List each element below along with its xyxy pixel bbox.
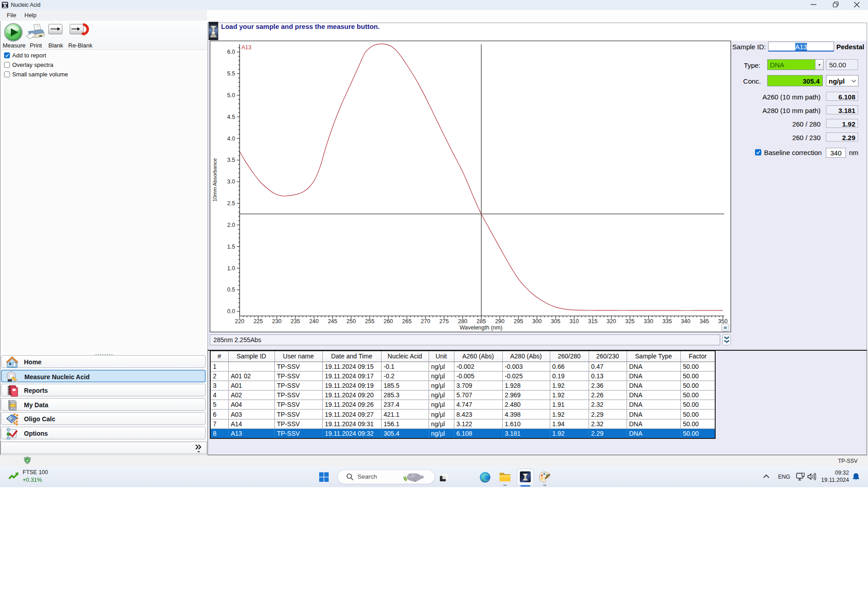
svg-text:245: 245 (328, 318, 337, 324)
svg-text:230: 230 (272, 318, 281, 324)
svg-text:225: 225 (253, 318, 263, 324)
svg-text:310: 310 (569, 318, 579, 324)
svg-text:5.0: 5.0 (227, 92, 235, 98)
svg-text:295: 295 (514, 318, 523, 324)
svg-text:340: 340 (681, 318, 690, 324)
svg-text:335: 335 (662, 318, 672, 324)
svg-text:250: 250 (346, 318, 356, 324)
svg-text:325: 325 (625, 318, 634, 324)
svg-text:315: 315 (588, 318, 597, 324)
svg-text:330: 330 (644, 318, 653, 324)
svg-text:300: 300 (532, 318, 542, 324)
svg-text:305: 305 (551, 318, 560, 324)
svg-text:4.5: 4.5 (227, 113, 235, 120)
svg-text:1.5: 1.5 (227, 243, 235, 249)
svg-text:0.5: 0.5 (227, 287, 235, 293)
svg-text:3.5: 3.5 (227, 157, 235, 163)
svg-text:6.0: 6.0 (227, 49, 235, 55)
svg-text:4.0: 4.0 (227, 135, 235, 141)
svg-text:275: 275 (439, 318, 448, 324)
svg-text:290: 290 (495, 318, 505, 324)
svg-text:A13: A13 (241, 44, 251, 51)
svg-text:235: 235 (290, 318, 300, 324)
svg-text:10mm Absorbance: 10mm Absorbance (212, 158, 217, 202)
svg-text:345: 345 (699, 318, 709, 324)
svg-text:285: 285 (476, 318, 486, 324)
svg-text:2.5: 2.5 (227, 200, 235, 207)
svg-text:320: 320 (606, 318, 616, 324)
svg-text:260: 260 (383, 318, 393, 324)
svg-text:255: 255 (365, 318, 374, 324)
svg-text:265: 265 (402, 318, 411, 324)
svg-text:1.0: 1.0 (227, 265, 235, 271)
svg-text:280: 280 (458, 318, 467, 324)
svg-text:5.5: 5.5 (227, 71, 235, 77)
svg-text:2.0: 2.0 (227, 221, 235, 228)
svg-text:240: 240 (309, 318, 319, 324)
svg-text:220: 220 (235, 318, 244, 324)
svg-text:Wavelength (nm): Wavelength (nm) (459, 325, 502, 331)
svg-text:3.0: 3.0 (227, 179, 235, 185)
svg-text:0.0: 0.0 (227, 308, 235, 315)
svg-text:270: 270 (420, 318, 430, 324)
